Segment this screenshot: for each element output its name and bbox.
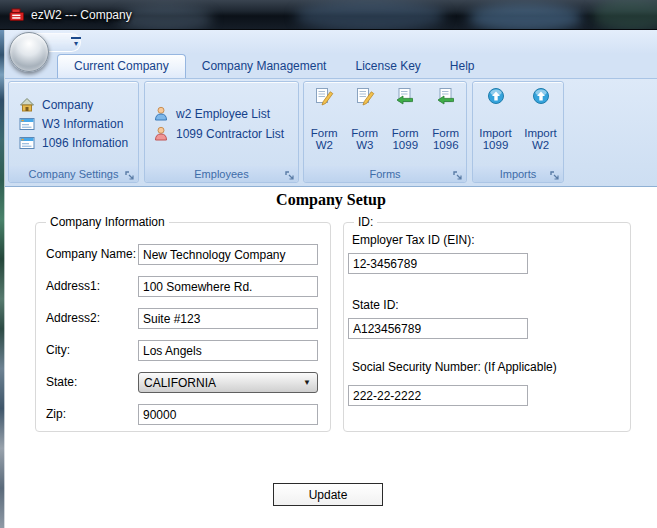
id-groupbox-label: ID:: [354, 215, 377, 229]
titlebar-glass-blob: [295, 0, 445, 30]
ribbon-button-form-w3[interactable]: Form W3: [345, 87, 386, 166]
id-groupbox: ID: Employer Tax ID (EIN): State ID: Soc…: [343, 222, 631, 432]
tab-current-company[interactable]: Current Company: [57, 54, 186, 78]
dialog-launcher-icon[interactable]: [125, 169, 135, 179]
ribbon-button-import-w2[interactable]: Import W2: [518, 87, 563, 166]
ribbon-button-label: 1096 Infomation: [42, 136, 128, 150]
city-label: City:: [46, 343, 70, 357]
titlebar-glass-blob: [592, 0, 657, 30]
company-name-input[interactable]: [138, 244, 318, 265]
ribbon-button-label: W3 Information: [42, 117, 123, 131]
ribbon-button-label-line1: Import: [479, 127, 512, 139]
ein-input[interactable]: [348, 253, 528, 274]
titlebar-glass-blob: [118, 6, 213, 30]
state-label: State:: [46, 375, 77, 389]
window-titlebar: ezW2 --- Company: [0, 0, 657, 30]
ribbon-button-label-line1: Import: [524, 127, 557, 139]
ribbon-group-employees: w2 Employee List 1099 Contractor List Em…: [144, 81, 299, 183]
window-title: ezW2 --- Company: [31, 8, 132, 22]
quick-access-toolbar: ▾: [5, 30, 657, 54]
ssn-input[interactable]: [348, 385, 528, 406]
form-window-icon: [19, 135, 35, 151]
form-window-icon: [19, 116, 35, 132]
group-caption-strip: Employees: [145, 166, 298, 182]
ssn-label: Social Security Number: (If Applicable): [352, 360, 557, 374]
state-select[interactable]: CALIFORNIA ▼: [138, 372, 318, 393]
titlebar-glass-blob: [468, 4, 583, 30]
ribbon-button-company[interactable]: Company: [19, 95, 128, 114]
ribbon-button-label-line1: Form: [351, 127, 378, 139]
ribbon-button-1099-contractor-list[interactable]: 1099 Contractor List: [153, 124, 284, 144]
address1-label: Address1:: [46, 279, 100, 293]
ribbon-button-form-1099[interactable]: Form 1099: [385, 87, 426, 166]
import-up-icon: [532, 87, 550, 107]
ribbon-button-label-line1: Form: [392, 127, 419, 139]
ribbon-button-1096-information[interactable]: 1096 Infomation: [19, 133, 128, 152]
form-edit-icon: [314, 87, 334, 107]
person-blue-icon: [153, 106, 169, 122]
ribbon-button-w3-information[interactable]: W3 Information: [19, 114, 128, 133]
main-content: Company Setup Company Information Compan…: [5, 187, 657, 528]
ribbon-button-label-line2: W3: [351, 139, 378, 151]
address2-input[interactable]: [138, 308, 318, 329]
company-name-label: Company Name:: [46, 247, 136, 261]
import-up-icon: [487, 87, 505, 107]
company-information-groupbox-label: Company Information: [46, 215, 169, 229]
ribbon-body: Company W3 Information: [5, 78, 657, 187]
ribbon-button-w2-employee-list[interactable]: w2 Employee List: [153, 104, 284, 124]
ribbon-group-company-settings: Company W3 Information: [8, 81, 139, 183]
company-information-groupbox: Company Information Company Name: Addres…: [35, 222, 331, 432]
house-icon: [19, 97, 35, 113]
state-select-value: CALIFORNIA: [144, 376, 216, 390]
address1-input[interactable]: [138, 276, 318, 297]
group-caption: Company Settings: [29, 168, 119, 180]
ein-label: Employer Tax ID (EIN):: [352, 233, 474, 247]
ribbon-button-import-1099[interactable]: Import 1099: [473, 87, 518, 166]
form-edit-icon: [355, 87, 375, 107]
address2-label: Address2:: [46, 311, 100, 325]
group-caption: Imports: [500, 168, 537, 180]
ribbon-button-form-1096[interactable]: Form 1096: [426, 87, 467, 166]
tab-help[interactable]: Help: [437, 54, 488, 78]
group-caption-strip: Company Settings: [9, 166, 138, 182]
tab-license-key[interactable]: License Key: [342, 54, 433, 78]
ribbon-button-label-line2: W2: [311, 139, 338, 151]
form-import-icon: [395, 87, 415, 107]
zip-input[interactable]: [138, 404, 318, 425]
chevron-down-icon: ▼: [303, 378, 311, 387]
dialog-launcher-icon[interactable]: [453, 169, 463, 179]
group-caption: Employees: [194, 168, 248, 180]
ribbon-button-label: 1099 Contractor List: [176, 127, 284, 141]
ribbon-button-label-line2: 1096: [432, 139, 459, 151]
ribbon-button-label-line2: 1099: [479, 139, 512, 151]
ribbon-button-label-line2: W2: [524, 139, 557, 151]
tab-company-management[interactable]: Company Management: [189, 54, 340, 78]
city-input[interactable]: [138, 340, 318, 361]
ribbon-button-label-line1: Form: [311, 127, 338, 139]
state-id-label: State ID:: [352, 298, 399, 312]
person-red-icon: [153, 126, 169, 142]
application-menu-orb-button[interactable]: [9, 32, 49, 72]
ribbon-group-forms: Form W2 Form W3: [303, 81, 467, 183]
group-caption-strip: Forms: [304, 166, 466, 182]
ribbon-button-form-w2[interactable]: Form W2: [304, 87, 345, 166]
form-import-icon: [436, 87, 456, 107]
update-button[interactable]: Update: [273, 483, 383, 506]
customize-quick-access-icon[interactable]: ▾: [71, 37, 81, 48]
ribbon-button-label: Company: [42, 98, 93, 112]
ribbon-group-imports: Import 1099 Import W2: [472, 81, 564, 183]
dialog-launcher-icon[interactable]: [550, 169, 560, 179]
ribbon-tab-bar: Current Company Company Management Licen…: [5, 54, 657, 78]
zip-label: Zip:: [46, 407, 66, 421]
group-caption: Forms: [369, 168, 400, 180]
ribbon-button-label-line2: 1099: [392, 139, 419, 151]
state-id-input[interactable]: [348, 318, 528, 339]
ribbon-button-label: w2 Employee List: [176, 107, 270, 121]
app-icon: [9, 7, 25, 23]
page-title: Company Setup: [5, 191, 657, 209]
group-caption-strip: Imports: [473, 166, 563, 182]
ribbon: ▾ Current Company Company Management Lic…: [5, 30, 657, 187]
ribbon-button-label-line1: Form: [432, 127, 459, 139]
dialog-launcher-icon[interactable]: [285, 169, 295, 179]
